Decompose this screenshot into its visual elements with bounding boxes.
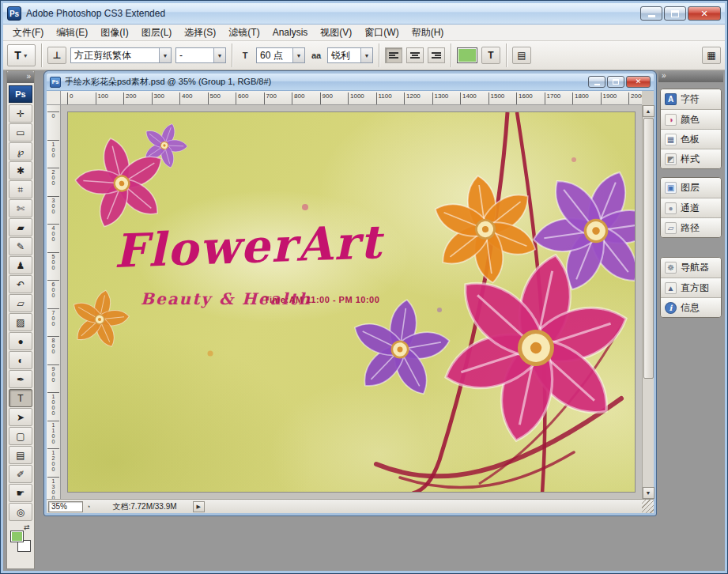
document-maximize-button[interactable]: [607, 76, 624, 88]
ruler-horizontal[interactable]: 0100200300400500600700800900100011001200…: [61, 91, 642, 105]
blur-tool[interactable]: ●: [9, 332, 32, 350]
menu-item-9[interactable]: 窗口(W): [358, 24, 405, 42]
history-brush-tool[interactable]: ↶: [9, 275, 32, 293]
path-selection-tool-icon: ➤: [17, 412, 25, 423]
document-close-button[interactable]: ✕: [626, 76, 651, 88]
pen-tool[interactable]: ✒: [9, 370, 32, 388]
ruler-vertical[interactable]: 01 0 02 0 03 0 04 0 05 0 06 0 07 0 08 0 …: [47, 105, 61, 499]
psd-file-icon: Ps: [50, 77, 61, 88]
type-tool[interactable]: T: [9, 389, 32, 407]
text-orientation-button[interactable]: ⊥: [47, 47, 66, 64]
panel-button-paths[interactable]: ▱路径: [661, 217, 721, 237]
text-color-swatch[interactable]: [457, 47, 477, 63]
menu-item-6[interactable]: 滤镜(T): [222, 24, 266, 42]
close-icon: ✕: [636, 78, 642, 85]
document-minimize-button[interactable]: [588, 76, 605, 88]
scrollbar-thumb[interactable]: [643, 118, 654, 379]
zoom-level-field[interactable]: 35%: [48, 501, 83, 512]
menu-item-5[interactable]: 选择(S): [178, 24, 222, 42]
rectangular-marquee-tool[interactable]: ▭: [9, 123, 32, 142]
maximize-button[interactable]: [664, 6, 686, 21]
chevron-down-icon[interactable]: ▼: [213, 48, 225, 62]
quick-selection-tool[interactable]: ✱: [9, 161, 32, 179]
crop-tool[interactable]: ⌗: [9, 180, 32, 198]
font-family-select[interactable]: 方正剪纸繁体 ▼: [70, 47, 172, 63]
warp-text-button[interactable]: T: [481, 47, 500, 64]
channels-label: 通道: [681, 202, 700, 215]
clone-stamp-tool[interactable]: ♟: [9, 256, 32, 274]
brush-tool[interactable]: ✎: [9, 237, 32, 255]
panel-button-styles[interactable]: ◩样式: [661, 149, 721, 168]
layers-icon: ▣: [665, 182, 677, 194]
panel-button-color[interactable]: ◑颜色: [661, 109, 721, 129]
document-body: 0100200300400500600700800900100011001200…: [47, 91, 654, 513]
toolbox-collapse-header[interactable]: »: [7, 71, 34, 83]
eraser-tool[interactable]: ▱: [9, 294, 32, 312]
ruler-h-label: 1000: [348, 93, 364, 105]
panel-button-navigator[interactable]: ☸导航器: [661, 258, 721, 278]
close-button[interactable]: ✕: [688, 6, 721, 21]
lasso-tool-icon: ℘: [17, 146, 24, 157]
chevron-down-icon[interactable]: ▼: [360, 48, 372, 62]
maximize-icon: [613, 79, 619, 85]
menu-item-10[interactable]: 帮助(H): [405, 24, 451, 42]
foreground-color-swatch[interactable]: [10, 531, 24, 542]
menu-item-4[interactable]: 图层(L): [135, 24, 179, 42]
panel-button-histogram[interactable]: ▲直方图: [661, 278, 721, 297]
window-titlebar[interactable]: Ps Adobe Photoshop CS3 Extended ✕: [3, 3, 725, 25]
ruler-v-label: 1 2 0 0: [47, 448, 59, 472]
menu-item-8[interactable]: 视图(V): [314, 24, 358, 42]
document-title: 手绘水彩花朵psd素材.psd @ 35% (Group 1, RGB/8#): [65, 76, 587, 88]
align-center-button[interactable]: [406, 47, 424, 63]
hand-tool[interactable]: ☛: [9, 484, 32, 502]
minimize-button[interactable]: [640, 6, 662, 21]
document-titlebar[interactable]: Ps 手绘水彩花朵psd素材.psd @ 35% (Group 1, RGB/8…: [47, 74, 654, 91]
scroll-up-icon[interactable]: ▲: [643, 105, 654, 117]
status-menu-button[interactable]: ▶: [193, 501, 205, 512]
navigator-icon: ☸: [665, 262, 677, 274]
menu-item-3[interactable]: 图像(I): [94, 24, 134, 42]
panel-button-layers[interactable]: ▣图层: [661, 178, 721, 198]
palette-well-button[interactable]: ▦: [702, 47, 721, 64]
lasso-tool[interactable]: ℘: [9, 142, 32, 160]
panel-button-swatches[interactable]: ▦色板: [661, 129, 721, 149]
resize-grip[interactable]: [642, 500, 654, 513]
ruler-origin-box[interactable]: [47, 91, 61, 105]
ruler-h-label: 800: [292, 93, 304, 105]
maximize-icon: [671, 10, 679, 17]
panel-button-info[interactable]: i信息: [661, 297, 721, 317]
move-tool[interactable]: ✛: [9, 104, 32, 123]
toggle-palettes-button[interactable]: ▤: [512, 47, 531, 64]
tool-preset-picker[interactable]: T ▼: [7, 44, 36, 66]
anti-alias-select[interactable]: 锐利 ▼: [327, 47, 373, 63]
font-style-select[interactable]: - ▼: [175, 47, 226, 63]
gradient-tool[interactable]: ▨: [9, 313, 32, 331]
slice-tool[interactable]: ✄: [9, 199, 32, 217]
crop-tool-icon: ⌗: [18, 184, 24, 195]
panel-button-channels[interactable]: ●通道: [661, 198, 721, 217]
ruler-v-label: 5 0 0: [47, 252, 59, 270]
zoom-tool[interactable]: ◎: [9, 503, 32, 521]
eyedropper-tool[interactable]: ✐: [9, 465, 32, 483]
scroll-down-icon[interactable]: ▼: [643, 487, 654, 499]
align-left-icon: [388, 51, 399, 60]
align-left-button[interactable]: [385, 47, 402, 63]
menu-item-1[interactable]: 文件(F): [6, 24, 50, 42]
rectangle-tool[interactable]: ▢: [9, 427, 32, 445]
canvas-viewport[interactable]: FlowerArt Beauty & Health Time:AM 11:00 …: [61, 105, 642, 499]
notes-tool[interactable]: ▤: [9, 446, 32, 464]
font-size-select[interactable]: 60 点 ▼: [256, 47, 305, 63]
dodge-tool[interactable]: ◐: [9, 351, 32, 369]
healing-brush-tool[interactable]: ▰: [9, 218, 32, 236]
menu-item-7[interactable]: Analysis: [266, 25, 315, 40]
align-right-button[interactable]: [428, 47, 445, 63]
menu-item-2[interactable]: 编辑(E): [50, 24, 94, 42]
horizontal-scrollbar[interactable]: [205, 500, 642, 513]
dock-collapse-header[interactable]: »: [658, 70, 723, 82]
chevron-down-icon[interactable]: ▼: [292, 48, 304, 62]
panel-button-character[interactable]: A字符: [661, 89, 721, 109]
vertical-scrollbar[interactable]: ▲ ▼: [642, 105, 654, 499]
path-selection-tool[interactable]: ➤: [9, 408, 32, 426]
chevron-down-icon[interactable]: ▼: [159, 48, 171, 62]
swap-colors-icon[interactable]: ⇄: [24, 523, 30, 531]
